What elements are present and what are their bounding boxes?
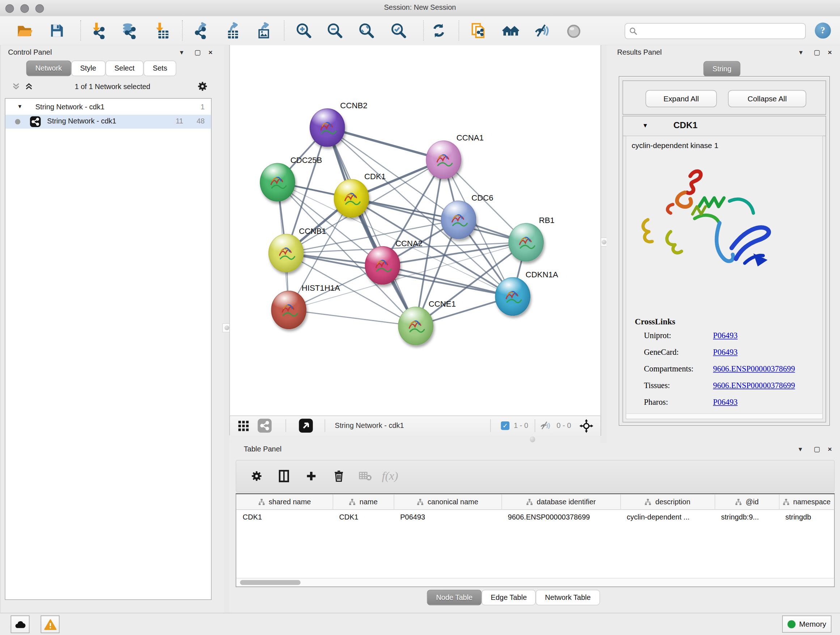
export-image-button[interactable] xyxy=(250,20,274,41)
zoom-out-button[interactable] xyxy=(323,20,347,41)
import-table-button[interactable] xyxy=(149,20,173,41)
open-in-window-icon[interactable] xyxy=(299,419,313,433)
network-node-CDC6[interactable] xyxy=(441,201,477,239)
column-header-5[interactable]: @id xyxy=(714,494,779,509)
control-panel-close-icon[interactable]: × xyxy=(206,48,215,57)
node-table[interactable]: shared namenamecanonical namedatabase id… xyxy=(236,493,835,587)
zoom-fit-button[interactable] xyxy=(355,20,378,41)
cloud-button[interactable] xyxy=(11,616,30,633)
network-node-CDK1[interactable] xyxy=(334,179,369,218)
column-header-4[interactable]: description xyxy=(621,494,715,509)
delete-column-trash-icon[interactable] xyxy=(331,469,347,483)
hidden-eye-icon[interactable] xyxy=(539,420,551,431)
tab-sets[interactable]: Sets xyxy=(144,60,176,76)
add-column-icon[interactable] xyxy=(303,469,319,483)
table-horizontal-scrollbar[interactable] xyxy=(236,578,834,586)
crosslink-link[interactable]: 9606.ENSP00000378699 xyxy=(713,364,795,374)
network-collection-row[interactable]: ▼ String Network - cdk1 1 xyxy=(5,101,211,115)
horizontal-splitter-handle[interactable] xyxy=(530,436,535,442)
column-header-0[interactable]: shared name xyxy=(236,494,333,509)
search-box[interactable] xyxy=(625,23,806,39)
network-node-CDC25B[interactable] xyxy=(260,163,295,202)
toolbar-separator xyxy=(423,20,424,41)
hide-panel-button[interactable] xyxy=(531,20,554,41)
tab-network-table[interactable]: Network Table xyxy=(536,590,600,605)
network-node-HIST1H1A[interactable] xyxy=(271,291,306,329)
gene-collapse-icon[interactable]: ▼ xyxy=(643,122,648,129)
gene-section-header[interactable]: ▼ CDK1 xyxy=(623,116,826,136)
crosslink-link[interactable]: P06493 xyxy=(713,398,737,407)
import-database-button[interactable] xyxy=(117,20,141,41)
results-panel-close-icon[interactable]: × xyxy=(826,48,834,57)
column-header-2[interactable]: canonical name xyxy=(393,494,502,509)
table-settings-gear-icon[interactable] xyxy=(248,469,264,483)
table-cell[interactable]: 9606.ENSP00000378699 xyxy=(501,510,621,524)
results-panel-float-icon[interactable]: ▢ xyxy=(813,48,821,57)
show-columns-icon[interactable] xyxy=(276,469,292,483)
collection-collapse-icon[interactable]: ▼ xyxy=(17,103,22,109)
tab-node-table[interactable]: Node Table xyxy=(427,590,482,605)
results-scrollbar[interactable] xyxy=(626,413,822,419)
network-node-CCNB1[interactable] xyxy=(268,234,304,272)
table-panel-menu-icon[interactable]: ▾ xyxy=(796,445,805,454)
network-edge[interactable] xyxy=(289,310,416,326)
collapse-all-button[interactable]: Collapse All xyxy=(728,90,806,107)
network-node-RB1[interactable] xyxy=(508,223,544,262)
control-panel-menu-icon[interactable]: ▾ xyxy=(177,48,186,57)
table-cell[interactable]: cyclin-dependent ... xyxy=(621,510,715,524)
string-view-icon[interactable] xyxy=(257,419,272,433)
network-node-CCNE1[interactable] xyxy=(398,307,433,345)
crosslink-link[interactable]: 9606.ENSP00000378699 xyxy=(713,381,795,390)
horizontal-splitter[interactable] xyxy=(229,435,600,443)
table-cell[interactable]: P06493 xyxy=(393,510,501,524)
table-cell[interactable]: stringdb xyxy=(779,510,834,524)
share-document-button[interactable] xyxy=(467,20,490,41)
search-input[interactable] xyxy=(640,24,803,38)
export-network-button[interactable] xyxy=(187,20,211,41)
network-options-gear-icon[interactable] xyxy=(196,80,208,92)
crosslink-link[interactable]: P06493 xyxy=(713,331,737,340)
table-scrollbar-thumb[interactable] xyxy=(240,580,300,585)
column-type-icon xyxy=(783,498,789,505)
network-canvas[interactable]: CCNB2 CCNA1 CDC25B CDK1 CDC6 RB1 CCNB1 C… xyxy=(229,45,601,415)
table-cell[interactable]: stringdb:9... xyxy=(714,510,779,524)
results-panel-menu-icon[interactable]: ▾ xyxy=(797,48,805,57)
network-node-CDKN1A[interactable] xyxy=(495,277,531,316)
birds-eye-icon[interactable] xyxy=(579,419,594,433)
table-panel-float-icon[interactable]: ▢ xyxy=(813,445,821,454)
open-session-button[interactable] xyxy=(13,20,36,41)
network-row[interactable]: String Network - cdk1 11 48 xyxy=(5,115,211,129)
tab-select[interactable]: Select xyxy=(105,60,144,76)
network-node-CCNA2[interactable] xyxy=(365,246,400,285)
crosslink-link[interactable]: P06493 xyxy=(713,348,737,357)
left-splitter[interactable] xyxy=(224,45,229,613)
tab-edge-table[interactable]: Edge Table xyxy=(482,590,536,605)
expand-all-button[interactable]: Expand All xyxy=(645,90,717,107)
inspect-eye-button[interactable] xyxy=(562,20,585,41)
table-panel-close-icon[interactable]: × xyxy=(826,445,834,454)
table-cell[interactable]: CDK1 xyxy=(236,510,333,524)
network-edge[interactable] xyxy=(327,127,416,326)
network-node-CCNB2[interactable] xyxy=(309,108,345,147)
network-node-CCNA1[interactable] xyxy=(426,141,461,179)
memory-button[interactable]: Memory xyxy=(782,616,831,632)
zoom-selected-button[interactable] xyxy=(387,20,410,41)
save-session-button[interactable] xyxy=(45,20,68,41)
tab-style[interactable]: Style xyxy=(71,60,105,76)
string-home-button[interactable] xyxy=(499,20,523,41)
selected-count-checkbox[interactable]: ✓ xyxy=(501,421,510,430)
import-network-button[interactable] xyxy=(86,20,110,41)
column-header-6[interactable]: namespace xyxy=(779,494,835,509)
column-header-3[interactable]: database identifier xyxy=(501,494,621,509)
column-header-1[interactable]: name xyxy=(333,494,394,509)
grid-view-icon[interactable] xyxy=(237,420,249,432)
warnings-button[interactable] xyxy=(41,616,60,633)
refresh-view-button[interactable] xyxy=(427,20,450,41)
tab-network[interactable]: Network xyxy=(27,60,71,76)
zoom-in-button[interactable] xyxy=(292,20,316,41)
export-table-button[interactable] xyxy=(219,20,243,41)
table-cell[interactable]: CDK1 xyxy=(333,510,394,524)
help-button[interactable]: ? xyxy=(815,22,831,38)
control-panel-float-icon[interactable]: ▢ xyxy=(194,48,202,57)
tab-string[interactable]: String xyxy=(703,61,741,77)
